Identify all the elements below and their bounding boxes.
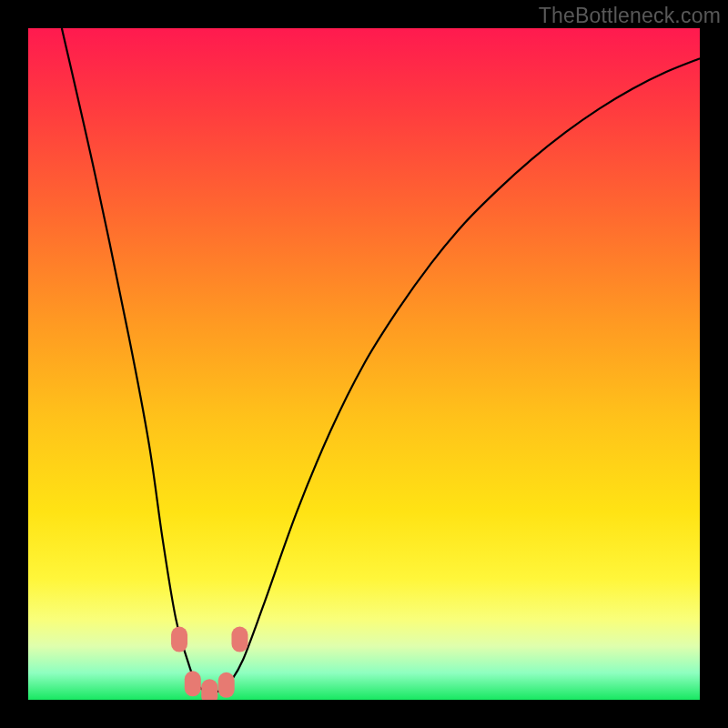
- curve-marker: [201, 679, 217, 700]
- bottleneck-curve: [28, 28, 700, 700]
- curve-marker: [171, 627, 187, 652]
- curve-marker: [231, 627, 248, 652]
- curve-marker: [185, 671, 201, 696]
- curve-marker: [218, 672, 235, 698]
- plot-area: [28, 28, 700, 700]
- watermark-text: TheBottleneck.com: [539, 4, 721, 28]
